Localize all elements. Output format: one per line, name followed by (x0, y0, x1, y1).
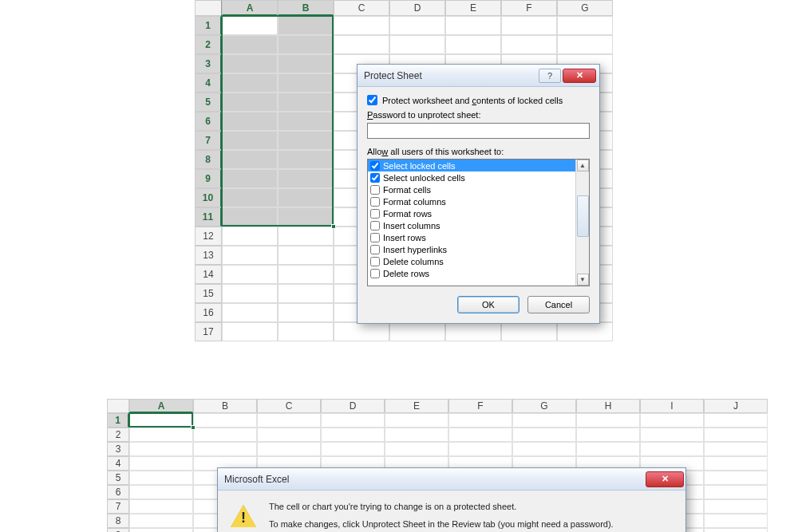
cell[interactable] (278, 265, 334, 284)
cell[interactable] (576, 428, 640, 442)
row-header[interactable]: 10 (195, 188, 222, 207)
cell[interactable] (278, 73, 334, 93)
row-header[interactable]: 13 (195, 246, 222, 265)
column-header[interactable]: A (222, 0, 278, 16)
cell[interactable] (389, 16, 445, 35)
cell[interactable] (704, 413, 768, 428)
cell[interactable] (704, 528, 768, 532)
password-input[interactable] (367, 123, 590, 139)
cancel-button[interactable]: Cancel (527, 296, 590, 313)
cell[interactable] (278, 188, 334, 207)
cell[interactable] (385, 442, 448, 456)
protect-contents-checkbox[interactable] (367, 95, 377, 105)
row-header[interactable]: 4 (107, 456, 129, 471)
cell[interactable] (501, 35, 557, 54)
cell[interactable] (222, 54, 278, 73)
row-header[interactable]: 9 (107, 528, 129, 532)
permission-checkbox[interactable] (370, 173, 380, 183)
listbox-scrollbar[interactable]: ▲ ▼ (575, 160, 589, 286)
column-header[interactable]: B (278, 0, 334, 16)
scroll-down-button[interactable]: ▼ (577, 274, 589, 286)
permission-item[interactable]: Delete columns (368, 255, 575, 267)
row-header[interactable]: 7 (195, 131, 222, 150)
cell[interactable] (389, 322, 445, 341)
cell[interactable] (278, 93, 334, 112)
cell[interactable] (512, 413, 576, 428)
cell[interactable] (389, 35, 445, 54)
cell[interactable] (222, 303, 278, 322)
permission-checkbox[interactable] (370, 197, 380, 207)
cell[interactable] (129, 528, 193, 532)
column-header[interactable]: J (704, 399, 768, 413)
cell[interactable] (704, 485, 768, 499)
cell[interactable] (445, 322, 501, 341)
column-header[interactable]: B (193, 399, 257, 413)
cell[interactable] (278, 54, 334, 73)
row-header[interactable]: 4 (195, 73, 222, 93)
row-header[interactable]: 5 (107, 471, 129, 485)
selection-fill-handle[interactable] (191, 425, 196, 430)
cell[interactable] (278, 246, 334, 265)
row-header[interactable]: 2 (195, 35, 222, 54)
cell[interactable] (278, 227, 334, 246)
cell[interactable] (576, 413, 640, 428)
dialog-titlebar[interactable]: Protect Sheet ? ✕ (358, 65, 599, 87)
cell[interactable] (278, 207, 334, 227)
row-header[interactable]: 8 (195, 150, 222, 169)
cell[interactable] (278, 131, 334, 150)
cell[interactable] (321, 413, 385, 428)
cell[interactable] (193, 413, 257, 428)
cell[interactable] (222, 93, 278, 112)
row-header[interactable]: 3 (107, 442, 129, 456)
cell[interactable] (704, 442, 768, 456)
row-header[interactable]: 5 (195, 93, 222, 112)
cell[interactable] (334, 35, 389, 54)
cell[interactable] (129, 456, 193, 471)
row-header[interactable]: 6 (195, 112, 222, 131)
cell[interactable] (448, 428, 512, 442)
cell[interactable] (129, 514, 193, 528)
cell[interactable] (501, 322, 557, 341)
permission-item[interactable]: Delete rows (368, 267, 575, 279)
ok-button[interactable]: OK (457, 296, 519, 313)
permission-checkbox[interactable] (370, 185, 380, 195)
permission-checkbox[interactable] (370, 221, 380, 231)
cell[interactable] (704, 499, 768, 514)
protect-contents-checkbox-row[interactable]: Protect worksheet and contents of locked… (367, 95, 590, 105)
cell[interactable] (222, 16, 278, 35)
permission-item[interactable]: Format rows (368, 207, 575, 219)
dialog-titlebar[interactable]: Microsoft Excel ✕ (218, 468, 685, 491)
cell[interactable] (193, 442, 257, 456)
row-header[interactable]: 3 (195, 54, 222, 73)
permission-item[interactable]: Format cells (368, 183, 575, 195)
permission-item[interactable]: Format columns (368, 195, 575, 207)
permission-checkbox[interactable] (370, 245, 380, 254)
cell[interactable] (222, 131, 278, 150)
scroll-thumb[interactable] (577, 195, 589, 237)
scroll-up-button[interactable]: ▲ (577, 160, 589, 171)
cell[interactable] (222, 284, 278, 303)
cell[interactable] (576, 442, 640, 456)
select-all-corner[interactable] (107, 399, 129, 413)
cell[interactable] (385, 428, 448, 442)
cell[interactable] (445, 35, 501, 54)
close-button[interactable]: ✕ (563, 69, 596, 83)
cell[interactable] (222, 169, 278, 188)
permission-item[interactable]: Select locked cells (368, 160, 575, 171)
permissions-listbox[interactable]: Select locked cellsSelect unlocked cells… (367, 159, 590, 286)
cell[interactable] (129, 499, 193, 514)
permission-item[interactable]: Insert hyperlinks (368, 243, 575, 255)
cell[interactable] (334, 16, 389, 35)
cell[interactable] (278, 150, 334, 169)
column-header[interactable]: A (129, 399, 193, 413)
cell[interactable] (445, 16, 501, 35)
cell[interactable] (501, 16, 557, 35)
column-header[interactable]: C (257, 399, 321, 413)
column-header[interactable]: E (385, 399, 448, 413)
cell[interactable] (321, 428, 385, 442)
column-header[interactable]: D (389, 0, 445, 16)
column-header[interactable]: C (334, 0, 389, 16)
cell[interactable] (557, 322, 613, 341)
permission-item[interactable]: Select unlocked cells (368, 171, 575, 183)
column-header[interactable]: E (445, 0, 501, 16)
